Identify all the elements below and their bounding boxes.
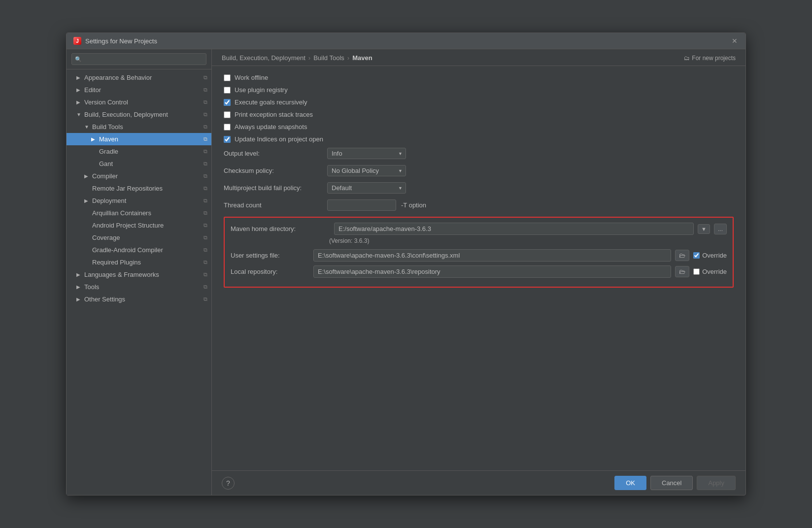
sidebar-item-editor[interactable]: ▶ Editor ⧉ (67, 84, 211, 96)
copy-icon: ⧉ (203, 136, 207, 142)
user-settings-browse-btn[interactable]: 🗁 (675, 250, 689, 261)
sidebar-item-version-control[interactable]: ▶ Version Control ⧉ (67, 96, 211, 108)
local-repository-override: Override (693, 268, 727, 275)
checksum-policy-label: Checksum policy: (224, 167, 322, 174)
bottom-bar: ? OK Cancel Apply (212, 470, 745, 495)
sidebar-item-required-plugins[interactable]: ▶ Required Plugins ⧉ (67, 256, 211, 268)
search-icon: 🔍 (75, 56, 82, 63)
arrow-icon: ▶ (76, 99, 83, 105)
use-plugin-registry-checkbox[interactable] (224, 87, 231, 94)
multiproject-policy-select[interactable]: Default At End Never Always (327, 182, 406, 194)
sidebar-item-label: Tools (84, 283, 99, 291)
sidebar-item-label: Maven (99, 135, 118, 143)
arrow-icon: ▶ (76, 87, 83, 93)
copy-icon: ⧉ (203, 234, 207, 241)
maven-version-text: (Version: 3.6.3) (329, 237, 369, 244)
settings-content: Work offline Use plugin registry Execute… (212, 66, 745, 470)
checkbox-use-plugin: Use plugin registry (224, 86, 734, 94)
maven-home-label: Maven home directory: (231, 225, 329, 232)
close-button[interactable]: ✕ (731, 37, 739, 45)
sidebar-item-label: Gradle-Android Compiler (92, 246, 163, 254)
print-exception-checkbox[interactable] (224, 111, 231, 118)
cancel-button[interactable]: Cancel (650, 476, 693, 490)
thread-count-input[interactable] (327, 199, 396, 211)
sidebar-item-build-execution[interactable]: ▼ Build, Execution, Deployment ⧉ (67, 108, 211, 121)
checkbox-always-update: Always update snapshots (224, 123, 734, 131)
sidebar-item-deployment[interactable]: ▶ Deployment ⧉ (67, 195, 211, 207)
content-area: Build, Execution, Deployment › Build Too… (212, 49, 745, 495)
user-settings-input[interactable] (313, 249, 671, 262)
local-repository-label: Local repository: (231, 268, 309, 275)
search-wrap: 🔍 (71, 53, 206, 65)
work-offline-checkbox[interactable] (224, 74, 231, 81)
maven-home-input[interactable] (334, 223, 694, 235)
nav-tree: ▶ Appearance & Behavior ⧉ ▶ Editor ⧉ ▶ V… (67, 69, 211, 495)
ok-button[interactable]: OK (614, 476, 646, 490)
always-update-checkbox[interactable] (224, 124, 231, 131)
work-offline-label: Work offline (235, 74, 268, 81)
sidebar-item-label: Build, Execution, Deployment (84, 111, 168, 118)
sidebar-item-android[interactable]: ▶ Android Project Structure ⧉ (67, 219, 211, 231)
checkbox-update-indices: Update Indices on project open (224, 135, 734, 143)
output-level-select[interactable]: Info Debug Warn Error (327, 148, 406, 159)
local-repository-input[interactable] (313, 265, 671, 278)
local-repository-browse-btn[interactable]: 🗁 (675, 266, 689, 277)
sidebar-item-compiler[interactable]: ▶ Compiler ⧉ (67, 170, 211, 182)
sidebar-item-gradle[interactable]: ▶ Gradle ⧉ (67, 145, 211, 158)
checkbox-execute-goals: Execute goals recursively (224, 99, 734, 106)
sidebar-item-label: Compiler (92, 172, 118, 180)
search-box: 🔍 (67, 49, 211, 69)
sidebar-item-arquillian[interactable]: ▶ Arquillian Containers ⧉ (67, 207, 211, 219)
breadcrumb-build: Build, Execution, Deployment (222, 54, 305, 62)
sidebar-item-appearance[interactable]: ▶ Appearance & Behavior ⧉ (67, 71, 211, 84)
multiproject-policy-row: Multiproject build fail policy: Default … (224, 182, 734, 194)
breadcrumb-build-tools: Build Tools (313, 54, 344, 62)
highlighted-section: Maven home directory: ▼ ... (Version: 3.… (224, 217, 734, 288)
t-option-label: -T option (401, 201, 426, 209)
sidebar-item-remote-jar[interactable]: ▶ Remote Jar Repositories ⧉ (67, 182, 211, 195)
help-button[interactable]: ? (222, 477, 235, 490)
sidebar-item-coverage[interactable]: ▶ Coverage ⧉ (67, 231, 211, 244)
checksum-policy-select[interactable]: No Global Policy Warn Fail Ignore (327, 165, 406, 176)
sidebar-item-gant[interactable]: ▶ Gant ⧉ (67, 158, 211, 170)
copy-icon: ⧉ (203, 259, 207, 265)
search-input[interactable] (71, 53, 206, 65)
dialog-title: Settings for New Projects (85, 37, 157, 45)
copy-icon: ⧉ (203, 99, 207, 105)
maven-home-dropdown-btn[interactable]: ▼ (698, 224, 710, 234)
breadcrumb-sep2: › (347, 54, 349, 62)
sidebar-item-gradle-android[interactable]: ▶ Gradle-Android Compiler ⧉ (67, 244, 211, 256)
arrow-icon: ▶ (76, 75, 83, 80)
sidebar-item-label: Deployment (92, 197, 126, 204)
sidebar-item-maven[interactable]: ▶ Maven ⧉ (67, 133, 211, 145)
local-repository-override-checkbox[interactable] (693, 268, 700, 275)
copy-icon: ⧉ (203, 296, 207, 302)
for-new-projects: 🗂 For new projects (684, 55, 736, 62)
sidebar-item-label: Remote Jar Repositories (92, 185, 163, 192)
copy-icon: ⧉ (203, 87, 207, 93)
sidebar-item-languages[interactable]: ▶ Languages & Frameworks ⧉ (67, 268, 211, 281)
action-buttons: OK Cancel Apply (614, 476, 736, 490)
copy-icon: ⧉ (203, 185, 207, 192)
settings-dialog: J Settings for New Projects ✕ 🔍 ▶ Appear… (66, 33, 746, 495)
sidebar-item-tools[interactable]: ▶ Tools ⧉ (67, 281, 211, 293)
maven-home-browse-btn[interactable]: ... (714, 224, 727, 234)
sidebar-item-label: Gradle (99, 148, 118, 155)
checkbox-print-exception: Print exception stack traces (224, 111, 734, 118)
arrow-icon: ▶ (76, 297, 83, 302)
apply-button[interactable]: Apply (697, 476, 736, 490)
copy-icon: ⧉ (203, 74, 207, 81)
sidebar-item-label: Other Settings (84, 296, 125, 303)
user-settings-override-checkbox[interactable] (693, 252, 700, 259)
multiproject-policy-select-wrap: Default At End Never Always (327, 182, 406, 194)
sidebar-item-label: Coverage (92, 234, 120, 241)
execute-goals-checkbox[interactable] (224, 99, 231, 106)
checkbox-work-offline: Work offline (224, 74, 734, 81)
update-indices-label: Update Indices on project open (235, 135, 323, 143)
output-level-row: Output level: Info Debug Warn Error (224, 148, 734, 159)
arrow-icon: ▶ (76, 284, 83, 290)
sidebar-item-other-settings[interactable]: ▶ Other Settings ⧉ (67, 293, 211, 305)
update-indices-checkbox[interactable] (224, 136, 231, 143)
user-settings-row: User settings file: 🗁 Override (231, 249, 727, 262)
sidebar-item-build-tools[interactable]: ▼ Build Tools ⧉ (67, 121, 211, 133)
